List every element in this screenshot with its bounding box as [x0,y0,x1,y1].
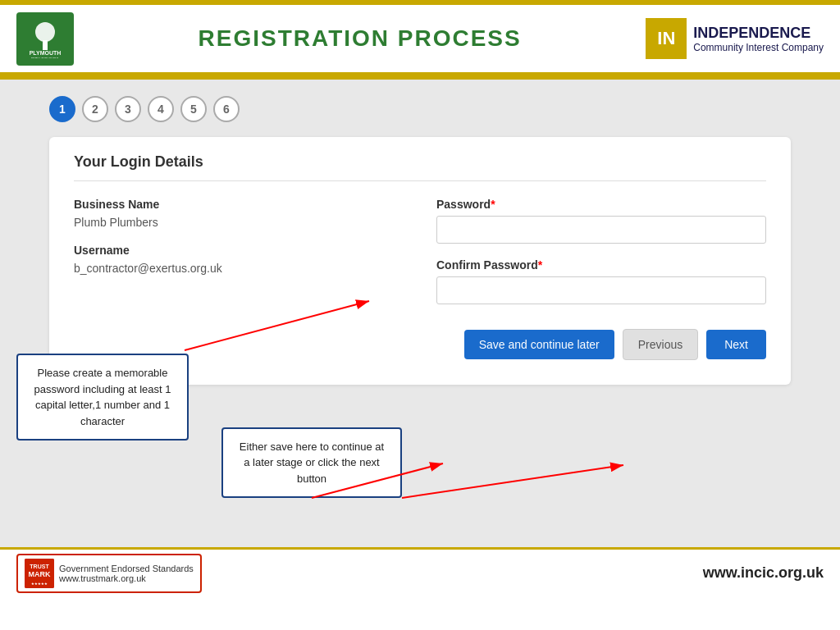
svg-rect-1 [43,40,48,50]
business-name-group: Business Name Plumb Plumbers [74,198,404,229]
form-card: Your Login Details Business Name Plumb P… [49,137,791,385]
page-title: Registration Process [74,25,646,52]
confirm-password-group: Confirm Password* [436,258,766,304]
plymouth-logo: PLYMOUTH CITY COUNCIL [16,12,74,66]
footer-website-url: www.incic.org.uk [703,564,824,582]
trustmark-icon: TRUST MARK ★★★★★ [25,559,54,588]
trustmark-url: www.trustmark.org.uk [59,573,194,583]
step-1-label: 1 [59,103,66,116]
svg-text:MARK: MARK [29,570,51,578]
independence-name: INDEPENDENCE [693,25,824,42]
left-column: Business Name Plumb Plumbers Username b_… [74,198,404,304]
step-4[interactable]: 4 [148,96,174,122]
in-badge: IN [646,18,687,59]
independence-text-block: INDEPENDENCE Community Interest Company [693,25,824,53]
svg-text:★★★★★: ★★★★★ [31,582,48,586]
username-group: Username b_contractor@exertus.org.uk [74,244,404,275]
trustmark-text-block: Government Endorsed Standards www.trustm… [59,564,194,583]
svg-text:CITY COUNCIL: CITY COUNCIL [30,57,59,58]
independence-subtitle: Community Interest Company [693,42,824,53]
svg-text:TRUST: TRUST [30,564,49,569]
trustmark-badge: TRUST MARK ★★★★★ Government Endorsed Sta… [16,554,202,593]
step-1[interactable]: 1 [49,96,75,122]
independence-logo: IN INDEPENDENCE Community Interest Compa… [646,18,824,59]
password-group: Password* [436,198,766,244]
step-2-label: 2 [92,103,98,116]
step-5[interactable]: 5 [180,96,207,122]
confirm-password-required-star: * [538,258,542,272]
annotation-left-box: Please create a memorable password inclu… [16,354,189,441]
step-5-label: 5 [190,103,197,116]
annotation-bottom-text: Either save here to continue at a later … [240,441,384,485]
annotation-bottom-box: Either save here to continue at a later … [221,427,402,499]
step-indicators: 1 2 3 4 5 6 [49,96,791,122]
form-grid: Business Name Plumb Plumbers Username b_… [74,198,766,304]
username-value: b_contractor@exertus.org.uk [74,262,404,275]
save-continue-button[interactable]: Save and continue later [464,330,614,359]
right-column: Password* Confirm Password* [436,198,766,304]
form-title: Your Login Details [74,153,766,181]
business-name-label: Business Name [74,198,404,211]
header: PLYMOUTH CITY COUNCIL Registration Proce… [0,5,840,75]
step-4-label: 4 [158,103,164,116]
step-6-label: 6 [223,103,230,116]
step-2[interactable]: 2 [82,96,108,122]
svg-line-7 [402,465,623,498]
main-content: 1 2 3 4 5 6 Your Login Details Business … [0,80,840,547]
next-button[interactable]: Next [706,330,766,359]
password-label: Password* [436,198,766,211]
footer: TRUST MARK ★★★★★ Government Endorsed Sta… [0,547,840,596]
password-required-star: * [491,198,495,211]
svg-text:PLYMOUTH: PLYMOUTH [30,50,62,56]
step-3[interactable]: 3 [115,96,141,122]
confirm-password-label: Confirm Password* [436,258,766,272]
username-label: Username [74,244,404,257]
password-input[interactable] [436,216,766,244]
step-6[interactable]: 6 [213,96,240,122]
step-3-label: 3 [125,103,131,116]
confirm-password-input[interactable] [436,276,766,304]
trustmark-gov-text: Government Endorsed Standards [59,564,194,573]
plymouth-icon: PLYMOUTH CITY COUNCIL [29,17,62,61]
business-name-value: Plumb Plumbers [74,216,404,229]
previous-button[interactable]: Previous [623,329,698,360]
annotation-left-text: Please create a memorable password inclu… [34,367,171,427]
svg-point-0 [35,22,55,42]
